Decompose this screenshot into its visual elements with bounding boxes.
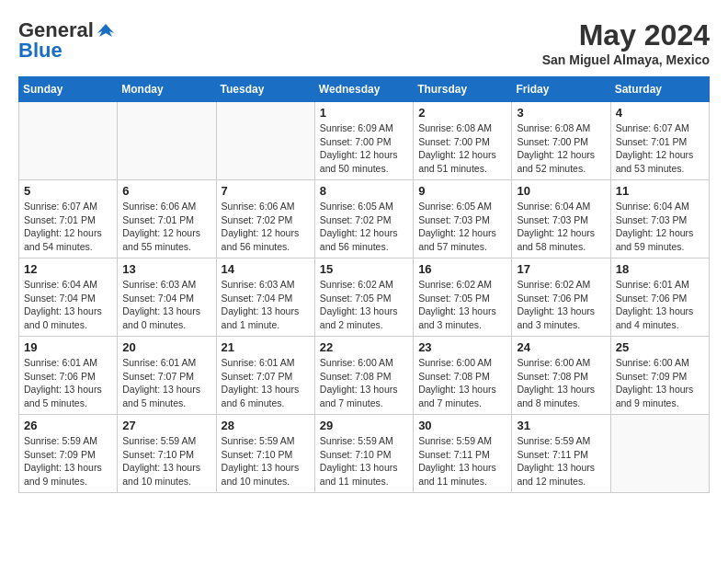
day-number: 19 — [24, 340, 112, 354]
day-info: Sunrise: 5:59 AM Sunset: 7:09 PM Dayligh… — [24, 434, 112, 488]
day-info: Sunrise: 6:04 AM Sunset: 7:04 PM Dayligh… — [24, 278, 112, 332]
logo-blue: Blue — [18, 39, 63, 63]
calendar-cell: 30Sunrise: 5:59 AM Sunset: 7:11 PM Dayli… — [414, 415, 512, 493]
day-info: Sunrise: 6:09 AM Sunset: 7:00 PM Dayligh… — [320, 121, 408, 176]
calendar-cell: 7Sunrise: 6:06 AM Sunset: 7:02 PM Daylig… — [216, 180, 314, 259]
calendar-cell: 19Sunrise: 6:01 AM Sunset: 7:06 PM Dayli… — [19, 337, 118, 415]
day-info: Sunrise: 5:59 AM Sunset: 7:10 PM Dayligh… — [122, 434, 210, 488]
location-subtitle: San Miguel Almaya, Mexico — [542, 52, 710, 67]
day-info: Sunrise: 6:00 AM Sunset: 7:09 PM Dayligh… — [616, 356, 704, 410]
day-info: Sunrise: 6:00 AM Sunset: 7:08 PM Dayligh… — [418, 356, 506, 410]
calendar-cell: 27Sunrise: 5:59 AM Sunset: 7:10 PM Dayli… — [118, 415, 216, 493]
day-number: 22 — [320, 340, 408, 354]
day-info: Sunrise: 6:02 AM Sunset: 7:06 PM Dayligh… — [517, 278, 605, 332]
day-info: Sunrise: 6:07 AM Sunset: 7:01 PM Dayligh… — [24, 200, 112, 254]
day-info: Sunrise: 6:05 AM Sunset: 7:02 PM Dayligh… — [320, 200, 408, 254]
day-number: 27 — [122, 419, 210, 432]
day-number: 28 — [222, 419, 310, 432]
day-number: 1 — [320, 106, 408, 120]
day-info: Sunrise: 5:59 AM Sunset: 7:11 PM Dayligh… — [517, 434, 605, 488]
column-header-sunday: Sunday — [19, 77, 118, 102]
month-year-title: May 2024 — [542, 18, 710, 52]
day-info: Sunrise: 6:00 AM Sunset: 7:08 PM Dayligh… — [517, 356, 605, 410]
day-number: 9 — [418, 184, 506, 198]
calendar-cell: 16Sunrise: 6:02 AM Sunset: 7:05 PM Dayli… — [414, 259, 512, 337]
day-number: 18 — [616, 262, 704, 276]
calendar-cell: 13Sunrise: 6:03 AM Sunset: 7:04 PM Dayli… — [118, 259, 216, 337]
calendar-cell: 14Sunrise: 6:03 AM Sunset: 7:04 PM Dayli… — [216, 259, 314, 337]
column-header-tuesday: Tuesday — [216, 77, 314, 102]
calendar-cell: 17Sunrise: 6:02 AM Sunset: 7:06 PM Dayli… — [512, 259, 610, 337]
calendar-cell: 8Sunrise: 6:05 AM Sunset: 7:02 PM Daylig… — [314, 180, 413, 259]
calendar-cell — [19, 102, 118, 180]
day-info: Sunrise: 6:04 AM Sunset: 7:03 PM Dayligh… — [517, 200, 605, 254]
column-header-friday: Friday — [512, 77, 610, 102]
calendar-cell — [216, 102, 314, 180]
calendar-cell: 23Sunrise: 6:00 AM Sunset: 7:08 PM Dayli… — [414, 337, 512, 415]
calendar-cell: 15Sunrise: 6:02 AM Sunset: 7:05 PM Dayli… — [314, 259, 413, 337]
day-info: Sunrise: 5:59 AM Sunset: 7:10 PM Dayligh… — [222, 434, 310, 488]
calendar-cell: 21Sunrise: 6:01 AM Sunset: 7:07 PM Dayli… — [216, 337, 314, 415]
svg-marker-0 — [97, 24, 114, 37]
column-header-monday: Monday — [118, 77, 216, 102]
calendar-cell: 11Sunrise: 6:04 AM Sunset: 7:03 PM Dayli… — [610, 180, 709, 259]
week-row-1: 1Sunrise: 6:09 AM Sunset: 7:00 PM Daylig… — [19, 102, 710, 180]
day-number: 16 — [418, 262, 506, 276]
day-number: 11 — [616, 184, 704, 198]
title-block: May 2024 San Miguel Almaya, Mexico — [542, 18, 710, 67]
calendar-cell: 2Sunrise: 6:08 AM Sunset: 7:00 PM Daylig… — [414, 102, 512, 180]
calendar-cell: 22Sunrise: 6:00 AM Sunset: 7:08 PM Dayli… — [314, 337, 413, 415]
calendar-cell: 18Sunrise: 6:01 AM Sunset: 7:06 PM Dayli… — [610, 259, 709, 337]
day-info: Sunrise: 6:01 AM Sunset: 7:07 PM Dayligh… — [222, 356, 310, 410]
day-number: 26 — [24, 419, 112, 432]
day-info: Sunrise: 6:07 AM Sunset: 7:01 PM Dayligh… — [616, 121, 704, 176]
calendar-cell: 4Sunrise: 6:07 AM Sunset: 7:01 PM Daylig… — [610, 102, 709, 180]
calendar-cell: 31Sunrise: 5:59 AM Sunset: 7:11 PM Dayli… — [512, 415, 610, 493]
day-number: 15 — [320, 262, 408, 276]
day-number: 31 — [517, 419, 605, 432]
day-number: 13 — [122, 262, 210, 276]
day-number: 21 — [222, 340, 310, 354]
logo: General Blue — [18, 18, 116, 63]
day-info: Sunrise: 6:01 AM Sunset: 7:06 PM Dayligh… — [24, 356, 112, 410]
calendar-cell: 10Sunrise: 6:04 AM Sunset: 7:03 PM Dayli… — [512, 180, 610, 259]
day-info: Sunrise: 6:03 AM Sunset: 7:04 PM Dayligh… — [222, 278, 310, 332]
day-info: Sunrise: 6:02 AM Sunset: 7:05 PM Dayligh… — [418, 278, 506, 332]
calendar-cell: 24Sunrise: 6:00 AM Sunset: 7:08 PM Dayli… — [512, 337, 610, 415]
week-row-4: 19Sunrise: 6:01 AM Sunset: 7:06 PM Dayli… — [19, 337, 710, 415]
calendar-cell: 5Sunrise: 6:07 AM Sunset: 7:01 PM Daylig… — [19, 180, 118, 259]
page-header: General Blue May 2024 San Miguel Almaya,… — [18, 18, 710, 67]
day-number: 24 — [517, 340, 605, 354]
calendar-cell: 25Sunrise: 6:00 AM Sunset: 7:09 PM Dayli… — [610, 337, 709, 415]
week-row-5: 26Sunrise: 5:59 AM Sunset: 7:09 PM Dayli… — [19, 415, 710, 493]
day-number: 25 — [616, 340, 704, 354]
column-header-thursday: Thursday — [414, 77, 512, 102]
column-header-wednesday: Wednesday — [314, 77, 413, 102]
day-number: 17 — [517, 262, 605, 276]
calendar-cell — [118, 102, 216, 180]
calendar-cell: 26Sunrise: 5:59 AM Sunset: 7:09 PM Dayli… — [19, 415, 118, 493]
day-info: Sunrise: 6:04 AM Sunset: 7:03 PM Dayligh… — [616, 200, 704, 254]
day-number: 5 — [24, 184, 112, 198]
calendar-cell: 6Sunrise: 6:06 AM Sunset: 7:01 PM Daylig… — [118, 180, 216, 259]
day-info: Sunrise: 6:01 AM Sunset: 7:06 PM Dayligh… — [616, 278, 704, 332]
day-info: Sunrise: 6:08 AM Sunset: 7:00 PM Dayligh… — [517, 121, 605, 176]
day-number: 7 — [222, 184, 310, 198]
day-info: Sunrise: 6:00 AM Sunset: 7:08 PM Dayligh… — [320, 356, 408, 410]
day-info: Sunrise: 6:01 AM Sunset: 7:07 PM Dayligh… — [122, 356, 210, 410]
calendar-cell: 20Sunrise: 6:01 AM Sunset: 7:07 PM Dayli… — [118, 337, 216, 415]
column-header-saturday: Saturday — [610, 77, 709, 102]
day-number: 20 — [122, 340, 210, 354]
day-number: 12 — [24, 262, 112, 276]
day-number: 2 — [418, 106, 506, 120]
week-row-2: 5Sunrise: 6:07 AM Sunset: 7:01 PM Daylig… — [19, 180, 710, 259]
day-number: 4 — [616, 106, 704, 120]
day-info: Sunrise: 6:02 AM Sunset: 7:05 PM Dayligh… — [320, 278, 408, 332]
day-info: Sunrise: 6:08 AM Sunset: 7:00 PM Dayligh… — [418, 121, 506, 176]
day-info: Sunrise: 5:59 AM Sunset: 7:11 PM Dayligh… — [418, 434, 506, 488]
calendar-cell: 3Sunrise: 6:08 AM Sunset: 7:00 PM Daylig… — [512, 102, 610, 180]
day-info: Sunrise: 6:03 AM Sunset: 7:04 PM Dayligh… — [122, 278, 210, 332]
calendar-table: SundayMondayTuesdayWednesdayThursdayFrid… — [18, 76, 710, 493]
day-number: 23 — [418, 340, 506, 354]
calendar-cell: 12Sunrise: 6:04 AM Sunset: 7:04 PM Dayli… — [19, 259, 118, 337]
